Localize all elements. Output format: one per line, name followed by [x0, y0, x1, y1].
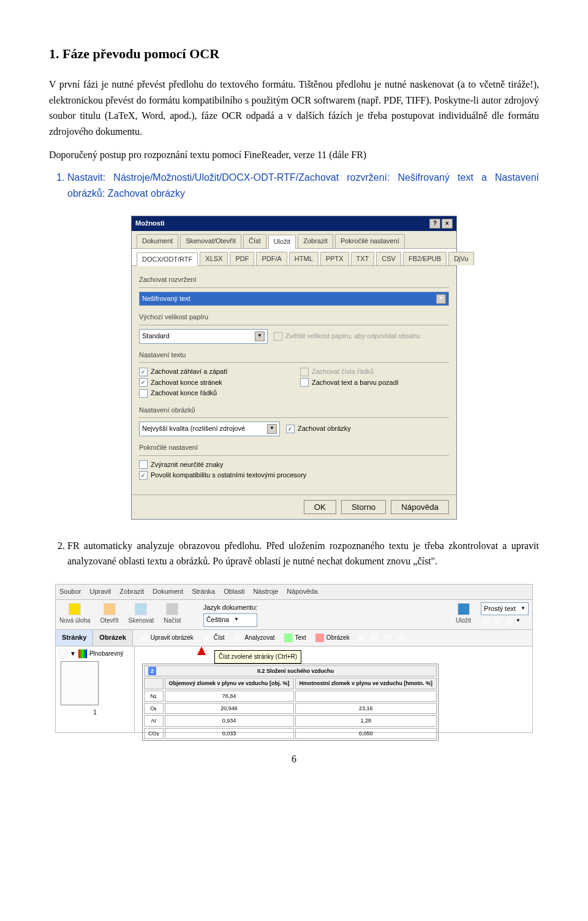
tool-icon[interactable]: [369, 633, 379, 643]
image-quality-value: Nejvyšší kvalita (rozlišení zdrojové: [142, 423, 245, 434]
menu-help[interactable]: Nápověda: [287, 586, 317, 597]
menu-file[interactable]: Soubor: [59, 586, 81, 597]
tab-scan-open[interactable]: Skenovat/Otevřít: [180, 234, 241, 248]
table-row: O₂20,94623,16: [144, 703, 437, 714]
main-tabs: Dokument Skenovat/Otevřít Číst Uložit Zo…: [132, 231, 456, 249]
tool-icon[interactable]: [396, 633, 406, 643]
open-button[interactable]: Otevřít: [100, 603, 119, 626]
pages-pane: ▼ Plnobarevný 1: [56, 646, 135, 732]
chevron-down-icon[interactable]: ▼: [516, 617, 521, 627]
tab-html[interactable]: HTML: [289, 252, 318, 266]
help-icon[interactable]: ?: [429, 219, 440, 229]
tooltip: Číst zvolené stránky (Ctrl+R): [214, 650, 301, 664]
export-icon[interactable]: [504, 617, 514, 627]
layout-select[interactable]: Nešifrovaný text ▼: [139, 292, 449, 306]
chevron-down-icon: ▼: [267, 424, 277, 434]
pagebreak-checkbox[interactable]: ✓Zachovat konce stránek: [139, 377, 288, 388]
language-label: Jazyk dokumentu:: [203, 602, 258, 613]
ok-button[interactable]: OK: [304, 500, 336, 514]
menu-view[interactable]: Zobrazit: [119, 586, 144, 597]
chevron-down-icon[interactable]: ▼: [70, 649, 76, 659]
page-number: 6: [49, 751, 539, 767]
chevron-down-icon: ▼: [521, 605, 526, 613]
new-task-button[interactable]: Nová úloha: [59, 603, 91, 626]
edit-image-button[interactable]: Upravit obrázek: [137, 632, 196, 643]
tab-save[interactable]: Uložit: [268, 235, 296, 249]
para-2: Doporučený postup pro rozpoznání textu p…: [49, 147, 539, 163]
tab-xlsx[interactable]: XLSX: [200, 252, 228, 266]
tab-view[interactable]: Zobrazit: [298, 234, 333, 248]
menu-document[interactable]: Dokument: [153, 586, 183, 597]
col-header-1: Objemový zlomek v plynu ve vzduchu [obj.…: [165, 678, 294, 689]
chevron-down-icon: ▼: [436, 294, 446, 304]
layout-group-label: Zachovat rozvržení: [139, 275, 449, 286]
tab-pdfa[interactable]: PDF/A: [256, 252, 287, 266]
heading: 1. Fáze převodu pomocí OCR: [49, 43, 539, 64]
help-button[interactable]: Nápověda: [391, 500, 449, 514]
scan-button[interactable]: Skenovat: [129, 603, 154, 626]
text-button[interactable]: Text: [281, 632, 309, 643]
options-dialog: Možnosti ? × Dokument Skenovat/Otevřít Č…: [131, 216, 457, 520]
table-row: N₂78,84: [144, 691, 437, 702]
word-icon: [458, 603, 470, 615]
tab-advanced[interactable]: Pokročilé nastavení: [335, 234, 405, 248]
image-area-button[interactable]: Obrázek: [312, 632, 352, 643]
paper-value: Standard: [142, 331, 170, 342]
color-icon: [78, 649, 88, 659]
layout-value: Nešifrovaný text: [142, 294, 190, 305]
tab-pdf[interactable]: PDF: [230, 252, 254, 266]
menu-page[interactable]: Stránka: [192, 586, 215, 597]
tool-icon[interactable]: [356, 633, 366, 643]
color-mode-label: Plnobarevný: [89, 649, 124, 659]
menu-areas[interactable]: Oblasti: [224, 586, 244, 597]
keep-images-checkbox[interactable]: ✓Zachovat obrázky: [286, 423, 351, 434]
paper-select[interactable]: Standard ▼: [139, 329, 268, 344]
compat-checkbox[interactable]: ✓Povolit kompatibilitu s ostatními texto…: [139, 470, 449, 481]
table-row: Ar0,9341,28: [144, 715, 437, 726]
tool-icon[interactable]: [383, 633, 393, 643]
view-icon[interactable]: [58, 649, 68, 659]
step-1: Nastavit: Nástroje/Možnosti/Uložit/DOCX-…: [67, 170, 539, 201]
tab-txt[interactable]: TXT: [351, 252, 375, 266]
tab-fb2[interactable]: FB2/EPUB: [403, 252, 447, 266]
recognized-table: 2II.2 Složení suchého vzduchu Objemový z…: [142, 664, 439, 741]
image-pane-tab[interactable]: Obrázek: [93, 630, 132, 646]
read-button[interactable]: Číst: [200, 632, 227, 643]
menubar: Soubor Upravit Zobrazit Dokument Stránka…: [55, 584, 533, 600]
col-header-2: Hmotnostní zlomek v plynu ve vzduchu [hm…: [295, 678, 437, 689]
save-button[interactable]: Uložit: [456, 603, 471, 626]
dialog-titlebar: Možnosti ? ×: [132, 216, 456, 231]
tab-docx[interactable]: DOCX/ODT/RTF: [137, 252, 198, 267]
format-tabs: DOCX/ODT/RTF XLSX PDF PDF/A HTML PPTX TX…: [132, 249, 456, 267]
image-quality-select[interactable]: Nejvyšší kvalita (rozlišení zdrojové ▼: [139, 422, 280, 436]
table-row: CO₂0,0330,050: [144, 728, 437, 739]
analyze-icon: [233, 633, 243, 643]
format-select[interactable]: Prostý text▼: [481, 602, 529, 616]
highlight-checkbox[interactable]: Zvýraznit neurčité znaky: [139, 460, 449, 471]
language-select[interactable]: Čeština▼: [203, 613, 258, 627]
page-thumbnail[interactable]: [61, 661, 99, 705]
linebreak-checkbox[interactable]: Zachovat konce řádků: [139, 388, 288, 399]
image-pane: Číst zvolené stránky (Ctrl+R) 2II.2 Slož…: [135, 646, 532, 732]
image-icon: [315, 633, 325, 643]
pages-pane-tab[interactable]: Stránky: [56, 630, 93, 646]
load-button[interactable]: Načíst: [164, 603, 181, 626]
adv-group-label: Pokročilé nastavení: [139, 442, 449, 453]
export-icon[interactable]: [492, 617, 502, 627]
header-checkbox[interactable]: ✓Zachovat záhlaví a zápatí: [139, 366, 288, 377]
close-icon[interactable]: ×: [442, 219, 453, 229]
menu-tools[interactable]: Nástroje: [253, 586, 278, 597]
tab-pptx[interactable]: PPTX: [320, 252, 349, 266]
tab-csv[interactable]: CSV: [376, 252, 401, 266]
tab-read[interactable]: Číst: [243, 234, 266, 248]
enlarge-paper-checkbox: Zvětšit velikost papíru, aby odpovídal o…: [274, 331, 420, 342]
tab-djvu[interactable]: DjVu: [448, 252, 473, 266]
scanner-icon: [135, 603, 147, 615]
bgtext-checkbox[interactable]: Zachovat text a barvu pozadí: [300, 377, 449, 388]
export-icon[interactable]: [481, 617, 491, 627]
analyze-button[interactable]: Analyzovat: [231, 632, 277, 643]
cancel-button[interactable]: Storno: [341, 500, 386, 514]
image-group-label: Nastavení obrázků: [139, 405, 449, 416]
tab-document[interactable]: Dokument: [137, 234, 178, 248]
menu-edit[interactable]: Upravit: [89, 586, 111, 597]
